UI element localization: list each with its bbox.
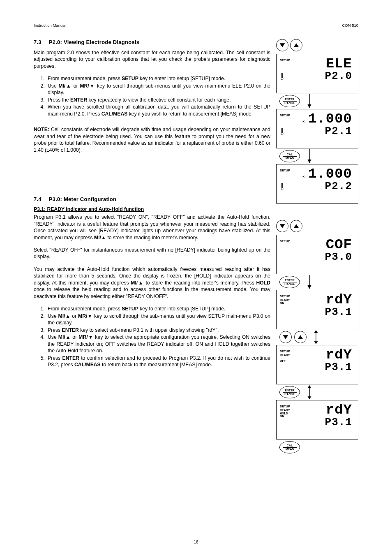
- content-column: 7.3P2.0: Viewing Electrode Diagnosis Mai…: [34, 39, 270, 454]
- step: From measurement mode, press SETUP key t…: [46, 75, 270, 82]
- svg-rect-6: [281, 128, 282, 133]
- seg-line: COF: [281, 238, 352, 252]
- page-number: 16: [0, 540, 392, 544]
- down-button-icon: [276, 220, 288, 232]
- lcd-screen-ele: SETUP ELE P2.0: [276, 54, 358, 93]
- step: Press ENTER to confirm selection and to …: [46, 355, 270, 368]
- seg-line: rdY: [281, 293, 352, 307]
- step: Press ENTER key to select sub-menu P3.1 …: [46, 327, 270, 333]
- on-indicator: ON: [280, 415, 290, 418]
- seg-line: P2.2: [284, 181, 352, 192]
- arrow-down-icon: [302, 275, 316, 289]
- figure-p3-sequence: SETUP COF P3.0 ENTER RANGE SETUP READY O…: [276, 220, 358, 454]
- para: Select "READY OFF" for instantaneous mea…: [34, 247, 270, 260]
- para: You may activate the Auto-Hold function …: [34, 266, 270, 300]
- lcd-screen-p22: SETUP K=1.000 P2.2: [276, 164, 358, 204]
- lcd-screen-p21: SETUP K=1.000 P2.1: [276, 109, 358, 148]
- arrow-updown-icon: [302, 385, 316, 399]
- arrow-down-icon: [302, 149, 316, 163]
- section-7-4-subheading: P3.1: READY indicator and Auto-Hold func…: [34, 206, 270, 212]
- arrow-down-icon: [302, 94, 316, 108]
- para: Program P3.1 allows you to select "READY…: [34, 214, 270, 241]
- down-button-icon: [279, 331, 292, 343]
- svg-marker-16: [283, 335, 288, 339]
- thermometer-icon: [281, 183, 284, 192]
- step: Use MI/▲ or MR/▼ key to select the appro…: [46, 334, 270, 354]
- thermometer-icon: [281, 128, 284, 136]
- seg-line: K=1.000: [281, 112, 352, 126]
- seg-line: rdY: [281, 348, 352, 362]
- seg-line: P3.1: [281, 417, 352, 428]
- enter-range-button: ENTER RANGE: [279, 386, 300, 398]
- seg-line: rdY: [281, 403, 352, 417]
- section-7-4-steps: From measurement mode, press SETUP key t…: [34, 305, 270, 368]
- setup-indicator: SETUP: [280, 169, 290, 172]
- seg-line: P3.1: [281, 307, 352, 317]
- seg-line: ELE: [281, 57, 352, 71]
- seg-line: P3.1: [281, 362, 352, 372]
- up-button-icon: [290, 39, 302, 51]
- section-7-3-steps: From measurement mode, press SETUP key t…: [34, 75, 270, 117]
- lcd-screen-rdy-hold-on: SETUP READY HOLD ON rdY P3.1: [276, 400, 358, 439]
- svg-marker-23: [307, 396, 311, 399]
- section-number: 7.4: [34, 196, 42, 202]
- svg-rect-10: [281, 183, 282, 188]
- section-7-4-heading: 7.4P3.0: Meter Configuration: [34, 196, 270, 202]
- enter-range-button: ENTER RANGE: [279, 95, 300, 107]
- ready-indicator: READY: [280, 298, 290, 302]
- ready-indicator: READY: [280, 409, 290, 412]
- arrow-updown-icon: [309, 330, 323, 344]
- header-right: CON 510: [342, 23, 358, 28]
- thermometer-icon: [281, 73, 284, 81]
- step: When you have scrolled through all calib…: [46, 104, 270, 117]
- off-indicator: OFF: [280, 359, 290, 363]
- page-header: Instruction Manual CON 510: [34, 23, 358, 28]
- setup-indicator: SETUP: [280, 58, 290, 62]
- section-title: P3.0: Meter Configuration: [49, 196, 116, 202]
- svg-marker-0: [280, 43, 285, 47]
- setup-indicator: SETUP: [280, 294, 290, 298]
- svg-marker-15: [307, 285, 311, 289]
- cal-meas-button: CAL MEAS: [279, 150, 300, 162]
- seg-line: K=1.000: [281, 167, 352, 181]
- cal-meas-button: CAL MEAS: [279, 441, 300, 453]
- section-7-3-heading: 7.3P2.0: Viewing Electrode Diagnosis: [34, 39, 270, 45]
- section-number: 7.3: [34, 39, 42, 45]
- svg-marker-9: [307, 160, 311, 163]
- step: Use MI/▲ or MR/▼ key to scroll through t…: [46, 313, 270, 326]
- svg-marker-13: [294, 224, 299, 228]
- step: Press the ENTER key repeatedly to view t…: [46, 97, 270, 103]
- section-7-3-intro: Main program 2.0 shows the effective cel…: [34, 49, 270, 69]
- figures-column: SETUP ELE P2.0 ENTER RANGE SETUP K=1.000: [276, 39, 358, 454]
- lcd-screen-cof: SETUP COF P3.0: [276, 235, 358, 274]
- lcd-screen-rdy-on: SETUP READY ON rdY P3.1: [276, 290, 358, 329]
- svg-marker-12: [280, 224, 285, 228]
- setup-indicator: SETUP: [280, 239, 290, 243]
- down-button-icon: [276, 39, 288, 51]
- svg-marker-1: [294, 43, 299, 47]
- hold-indicator: HOLD: [280, 412, 290, 415]
- section-title: P2.0: Viewing Electrode Diagnosis: [49, 39, 139, 45]
- seg-line: P2.1: [284, 126, 352, 136]
- figure-p2-sequence: SETUP ELE P2.0 ENTER RANGE SETUP K=1.000: [276, 39, 358, 204]
- setup-indicator: SETUP: [280, 113, 290, 117]
- setup-indicator: SETUP: [280, 349, 290, 353]
- setup-indicator: SETUP: [280, 405, 290, 408]
- header-left: Instruction Manual: [34, 23, 66, 28]
- seg-line: P2.0: [284, 71, 352, 81]
- seg-line: P3.0: [281, 252, 352, 262]
- up-button-icon: [290, 220, 302, 232]
- enter-range-button: ENTER RANGE: [279, 276, 300, 288]
- svg-marker-5: [307, 104, 311, 108]
- svg-marker-20: [314, 341, 318, 344]
- up-button-icon: [294, 331, 307, 343]
- ready-indicator: READY: [280, 354, 290, 357]
- section-7-3-note: NOTE: Cell constants of electrode will d…: [34, 126, 270, 153]
- step: Use MI/▲ or MR/▼ key to scroll through s…: [46, 83, 270, 96]
- svg-marker-17: [298, 335, 303, 339]
- on-indicator: ON: [280, 302, 290, 305]
- step: From measurement mode, press SETUP key t…: [46, 305, 270, 312]
- svg-rect-2: [281, 73, 282, 78]
- lcd-screen-rdy-off: SETUP READY OFF rdY P3.1: [276, 345, 358, 384]
